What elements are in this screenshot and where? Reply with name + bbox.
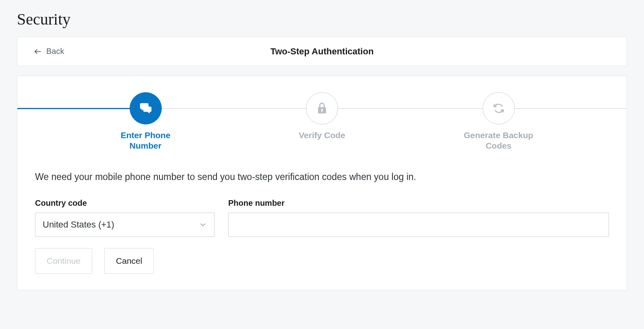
chat-icon <box>139 101 153 115</box>
cancel-button[interactable]: Cancel <box>104 248 154 274</box>
back-label: Back <box>46 47 64 56</box>
country-group: Country code United States (+1) <box>35 199 215 237</box>
back-button[interactable]: Back <box>33 47 64 56</box>
sync-icon <box>492 101 506 115</box>
step-circle-3 <box>483 92 515 124</box>
phone-label: Phone number <box>228 199 609 208</box>
description-text: We need your mobile phone number to send… <box>35 172 609 182</box>
page-title: Security <box>0 0 644 37</box>
continue-button[interactable]: Continue <box>35 248 92 274</box>
step-circle-1 <box>130 92 162 124</box>
step-verify-code: Verify Code <box>274 92 370 141</box>
header-title: Two-Step Authentication <box>270 46 374 57</box>
arrow-left-icon <box>33 47 42 56</box>
step-label-3: Generate BackupCodes <box>464 130 533 151</box>
country-select-wrap: United States (+1) <box>35 213 215 237</box>
phone-group: Phone number <box>228 199 609 237</box>
wizard-content: We need your mobile phone number to send… <box>17 159 627 274</box>
wizard-card: Enter PhoneNumber Verify Code Generate B… <box>17 76 627 290</box>
step-circle-2 <box>306 92 338 124</box>
stepper: Enter PhoneNumber Verify Code Generate B… <box>17 76 627 159</box>
country-label: Country code <box>35 199 215 208</box>
actions-row: Continue Cancel <box>35 248 609 274</box>
step-backup-codes: Generate BackupCodes <box>450 92 547 151</box>
lock-icon <box>315 101 329 115</box>
form-row: Country code United States (+1) Phone nu… <box>35 199 609 237</box>
phone-input[interactable] <box>228 213 609 237</box>
step-enter-phone: Enter PhoneNumber <box>97 92 194 151</box>
country-select[interactable]: United States (+1) <box>35 213 215 237</box>
step-label-1: Enter PhoneNumber <box>121 130 171 151</box>
header-bar: Back Two-Step Authentication <box>17 37 627 66</box>
step-label-2: Verify Code <box>299 130 345 141</box>
